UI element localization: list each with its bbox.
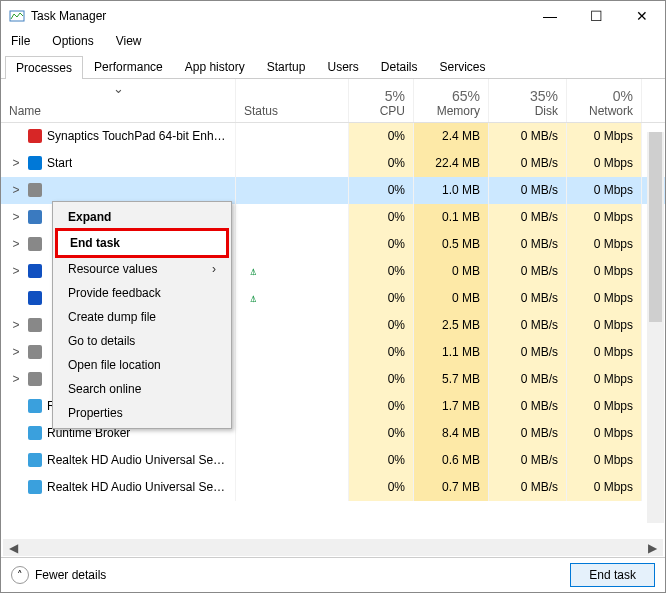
ctx-search-online[interactable]: Search online: [56, 377, 228, 401]
app-icon: [9, 8, 25, 24]
close-button[interactable]: ✕: [619, 1, 665, 31]
horizontal-scrollbar[interactable]: ◀ ▶: [3, 539, 663, 556]
cell-network: 0 Mbps: [567, 420, 642, 447]
cell-cpu: 0%: [349, 420, 414, 447]
expand-icon[interactable]: >: [9, 318, 23, 332]
cell-cpu: 0%: [349, 393, 414, 420]
cell-disk: 0 MB/s: [489, 177, 567, 204]
cell-cpu: 0%: [349, 123, 414, 150]
ctx-properties[interactable]: Properties: [56, 401, 228, 425]
expand-icon[interactable]: >: [9, 345, 23, 359]
process-icon: [27, 209, 43, 225]
cell-memory: 1.7 MB: [414, 393, 489, 420]
header-cpu[interactable]: 5% CPU: [349, 79, 414, 122]
cell-memory: 22.4 MB: [414, 150, 489, 177]
maximize-button[interactable]: ☐: [573, 1, 619, 31]
process-row[interactable]: Realtek HD Audio Universal Serv...0%0.6 …: [1, 447, 665, 474]
process-name: Synaptics TouchPad 64-bit Enha...: [47, 129, 227, 143]
header-status[interactable]: Status: [236, 79, 349, 122]
process-row[interactable]: >0%1.0 MB0 MB/s0 Mbps: [1, 177, 665, 204]
cell-memory: 1.0 MB: [414, 177, 489, 204]
tab-details[interactable]: Details: [370, 55, 429, 78]
vertical-scrollbar[interactable]: [647, 132, 664, 523]
tab-performance[interactable]: Performance: [83, 55, 174, 78]
tab-app-history[interactable]: App history: [174, 55, 256, 78]
svg-rect-9: [28, 345, 42, 359]
header-network[interactable]: 0% Network: [567, 79, 642, 122]
cell-disk: 0 MB/s: [489, 204, 567, 231]
menu-file[interactable]: File: [7, 32, 34, 50]
ctx-go-to-details[interactable]: Go to details: [56, 329, 228, 353]
tab-processes[interactable]: Processes: [5, 56, 83, 79]
cell-disk: 0 MB/s: [489, 366, 567, 393]
cell-network: 0 Mbps: [567, 150, 642, 177]
expand-icon[interactable]: >: [9, 372, 23, 386]
ctx-resource-values[interactable]: Resource values›: [56, 257, 228, 281]
svg-rect-3: [28, 183, 42, 197]
expand-icon[interactable]: >: [9, 183, 23, 197]
end-task-button[interactable]: End task: [570, 563, 655, 587]
cell-disk: 0 MB/s: [489, 258, 567, 285]
eco-icon: ⍋: [244, 265, 262, 277]
scroll-right-icon[interactable]: ▶: [644, 539, 661, 556]
menu-bar: File Options View: [1, 31, 665, 51]
process-icon: [27, 263, 43, 279]
cell-disk: 0 MB/s: [489, 285, 567, 312]
minimize-button[interactable]: —: [527, 1, 573, 31]
cell-memory: 1.1 MB: [414, 339, 489, 366]
process-icon: [27, 128, 43, 144]
cell-status: [236, 447, 349, 474]
tab-users[interactable]: Users: [316, 55, 369, 78]
header-memory[interactable]: 65% Memory: [414, 79, 489, 122]
fewer-details-toggle[interactable]: ˄ Fewer details: [11, 566, 106, 584]
cell-status: [236, 420, 349, 447]
process-name: Realtek HD Audio Universal Serv...: [47, 480, 227, 494]
cell-name: >: [1, 177, 236, 204]
cell-network: 0 Mbps: [567, 258, 642, 285]
process-row[interactable]: Synaptics TouchPad 64-bit Enha...0%2.4 M…: [1, 123, 665, 150]
cell-disk: 0 MB/s: [489, 420, 567, 447]
cell-network: 0 Mbps: [567, 123, 642, 150]
cell-memory: 5.7 MB: [414, 366, 489, 393]
process-icon: [27, 236, 43, 252]
ctx-provide-feedback[interactable]: Provide feedback: [56, 281, 228, 305]
process-icon: [27, 182, 43, 198]
tab-services[interactable]: Services: [429, 55, 497, 78]
ctx-end-task[interactable]: End task: [55, 228, 229, 258]
cell-disk: 0 MB/s: [489, 474, 567, 501]
cell-cpu: 0%: [349, 258, 414, 285]
cell-cpu: 0%: [349, 474, 414, 501]
expand-icon[interactable]: >: [9, 264, 23, 278]
ctx-create-dump[interactable]: Create dump file: [56, 305, 228, 329]
ctx-expand[interactable]: Expand: [56, 205, 228, 229]
menu-view[interactable]: View: [112, 32, 146, 50]
cell-cpu: 0%: [349, 150, 414, 177]
scrollbar-thumb[interactable]: [649, 132, 662, 322]
svg-rect-10: [28, 372, 42, 386]
cell-status: [236, 150, 349, 177]
cell-network: 0 Mbps: [567, 312, 642, 339]
expand-icon[interactable]: >: [9, 210, 23, 224]
process-row[interactable]: Realtek HD Audio Universal Serv...0%0.7 …: [1, 474, 665, 501]
svg-rect-0: [10, 11, 24, 21]
process-row[interactable]: >Start0%22.4 MB0 MB/s0 Mbps: [1, 150, 665, 177]
header-name[interactable]: ⌄ Name: [1, 79, 236, 122]
menu-options[interactable]: Options: [48, 32, 97, 50]
process-icon: [27, 290, 43, 306]
cell-disk: 0 MB/s: [489, 312, 567, 339]
expand-icon[interactable]: >: [9, 156, 23, 170]
cell-cpu: 0%: [349, 231, 414, 258]
cell-network: 0 Mbps: [567, 177, 642, 204]
cell-name: >Start: [1, 150, 236, 177]
cell-cpu: 0%: [349, 204, 414, 231]
tab-startup[interactable]: Startup: [256, 55, 317, 78]
header-disk[interactable]: 35% Disk: [489, 79, 567, 122]
eco-icon: ⍋: [244, 292, 262, 304]
submenu-arrow-icon: ›: [212, 262, 216, 276]
cell-status: [236, 123, 349, 150]
scroll-left-icon[interactable]: ◀: [5, 539, 22, 556]
cell-network: 0 Mbps: [567, 231, 642, 258]
cell-network: 0 Mbps: [567, 366, 642, 393]
expand-icon[interactable]: >: [9, 237, 23, 251]
ctx-open-file-location[interactable]: Open file location: [56, 353, 228, 377]
